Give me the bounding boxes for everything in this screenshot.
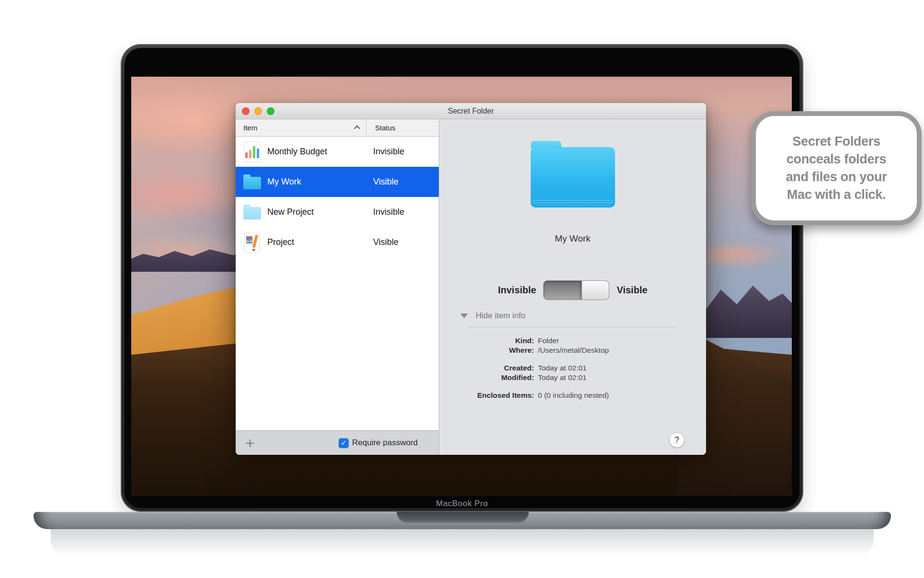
invisible-label: Invisible: [498, 285, 536, 296]
item-name: Monthly Budget: [267, 147, 327, 157]
list-item-new-project[interactable]: New Project Invisible: [236, 197, 439, 227]
disclosure-triangle-icon: [460, 313, 468, 318]
window-titlebar[interactable]: Secret Folder: [236, 103, 706, 119]
close-button[interactable]: [242, 107, 250, 115]
list-bottom-bar: + ✓ Require password: [236, 430, 439, 455]
info-row-enclosed-items: Enclosed Items: 0 (0 including nested): [439, 391, 706, 400]
visibility-toggle-row: Invisible Visible: [439, 280, 706, 300]
item-status: Visible: [373, 177, 399, 187]
big-folder-icon: [531, 147, 615, 208]
info-row-where: Where: /Users/metal/Desktop: [439, 346, 706, 355]
item-status: Visible: [373, 237, 399, 247]
app-window: Secret Folder Item Status: [236, 103, 706, 455]
callout-line: Secret Folders: [792, 133, 880, 150]
hide-item-info-label: Hide item info: [476, 311, 525, 321]
list-item-my-work[interactable]: My Work Visible: [236, 167, 439, 197]
info-value: Folder: [538, 336, 706, 346]
callout-line: conceals folders: [787, 150, 886, 168]
info-label: Enclosed Items:: [439, 391, 534, 400]
macbook-base: [34, 512, 891, 529]
info-row-created: Created: Today at 02:01: [439, 363, 706, 373]
macbook-lid-notch: [397, 512, 529, 523]
item-name: My Work: [267, 177, 301, 187]
item-info-block: Kind: Folder Where: /Users/metal/Desktop…: [439, 336, 706, 400]
info-label: Modified:: [439, 373, 534, 382]
column-header-item[interactable]: Item: [236, 119, 366, 136]
document-icon: [242, 231, 262, 254]
folder-icon: [242, 170, 262, 194]
folder-faded-icon: [242, 200, 262, 224]
info-value: Today at 02:01: [538, 373, 706, 382]
callout-line: Mac with a click.: [787, 186, 886, 204]
list-header: Item Status: [236, 119, 439, 137]
info-value: /Users/metal/Desktop: [538, 346, 706, 355]
add-item-button[interactable]: +: [241, 431, 259, 455]
list-item-monthly-budget[interactable]: Monthly Budget Invisible: [236, 137, 439, 167]
help-button[interactable]: ?: [669, 432, 684, 448]
item-status: Invisible: [373, 147, 404, 157]
info-value: Today at 02:01: [538, 363, 706, 373]
column-header-status[interactable]: Status: [366, 119, 439, 136]
zoom-button[interactable]: [267, 107, 274, 115]
detail-pane: My Work Invisible Visible Hide item info…: [439, 119, 706, 455]
item-status: Invisible: [373, 207, 404, 217]
window-body: Item Status Monthly Budget Invisible: [236, 119, 706, 455]
column-header-item-label: Item: [243, 124, 257, 132]
item-list: Monthly Budget Invisible My Work Visible…: [236, 137, 439, 430]
require-password-label: Require password: [352, 438, 418, 448]
traffic-lights: [242, 103, 274, 119]
minimize-button[interactable]: [254, 107, 262, 115]
visible-label: Visible: [616, 285, 647, 296]
info-label: Created:: [439, 363, 534, 373]
callout-bubble: Secret Folders conceals folders and file…: [751, 111, 922, 225]
info-divider: [468, 327, 677, 327]
column-header-status-label: Status: [375, 124, 396, 132]
info-row-modified: Modified: Today at 02:01: [439, 373, 706, 382]
item-name: Project: [267, 237, 294, 247]
callout-line: and files on your: [786, 168, 887, 186]
toggle-knob[interactable]: [582, 281, 609, 300]
hide-item-info-disclosure[interactable]: Hide item info: [460, 311, 525, 321]
sort-ascending-icon: [354, 126, 360, 132]
item-name: New Project: [267, 207, 314, 217]
info-row-kind: Kind: Folder: [439, 336, 706, 346]
window-title: Secret Folder: [448, 107, 494, 116]
visibility-toggle[interactable]: [543, 280, 609, 300]
macbook-logo-label: MacBook Pro: [121, 499, 803, 509]
info-label: Where:: [439, 346, 534, 355]
list-item-project[interactable]: Project Visible: [236, 227, 439, 257]
info-value: 0 (0 including nested): [538, 391, 706, 400]
detail-item-name: My Work: [439, 233, 706, 244]
scene: MacBook Pro Secret Folder Item: [0, 0, 924, 578]
chart-icon: [242, 140, 262, 164]
info-label: Kind:: [439, 336, 534, 346]
require-password-control[interactable]: ✓ Require password: [339, 431, 418, 455]
item-list-pane: Item Status Monthly Budget Invisible: [236, 119, 439, 455]
checkbox-checked-icon[interactable]: ✓: [339, 438, 349, 448]
